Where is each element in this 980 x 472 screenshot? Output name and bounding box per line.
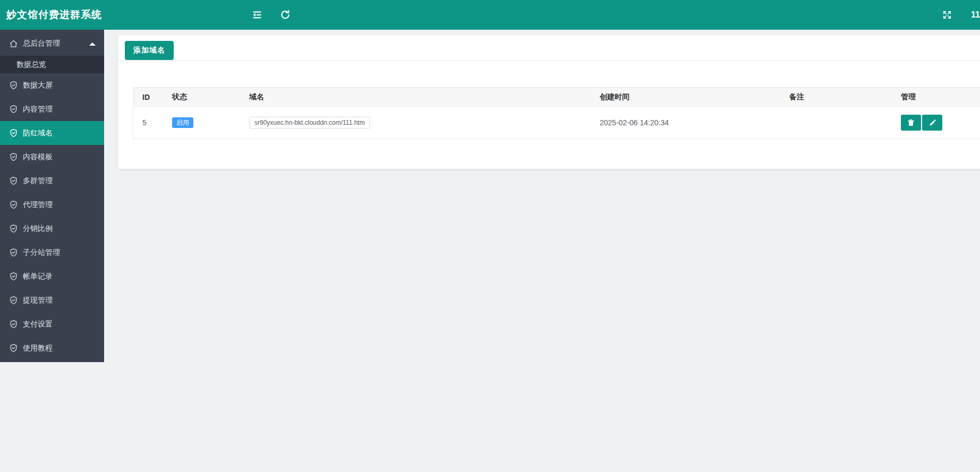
cell-manage (901, 115, 980, 131)
shield-check-icon (9, 296, 18, 305)
refresh-icon[interactable] (280, 10, 291, 20)
column-header-remark: 备注 (789, 92, 901, 102)
home-icon (9, 39, 18, 48)
column-header-domain: 域名 (249, 92, 600, 102)
shield-check-icon (9, 320, 18, 329)
sidebar-item-withdraw-manage[interactable]: 提现管理 (0, 288, 104, 312)
sidebar-item-label: 提现管理 (23, 296, 53, 305)
sidebar-item-label: 内容管理 (23, 105, 53, 114)
header-right-text: 11 (971, 0, 980, 30)
delete-button[interactable] (901, 115, 921, 131)
shield-check-icon (9, 128, 18, 138)
sidebar-item-data-screen[interactable]: 数据大屏 (0, 73, 104, 97)
chevron-up-icon (89, 42, 96, 46)
sidebar-item-tutorial[interactable]: 使用教程 (0, 336, 104, 360)
sidebar-item-label: 子分站管理 (23, 248, 60, 258)
shield-check-icon (9, 224, 18, 233)
sidebar-item-label: 内容模板 (23, 152, 53, 162)
domain-table: ID 状态 域名 创建时间 备注 管理 5 启用 sr90yxuec.hn-bk… (133, 87, 980, 139)
sidebar-item-label: 分销比例 (23, 224, 53, 234)
sidebar-item-payment-settings[interactable]: 支付设置 (0, 312, 104, 336)
edit-button[interactable] (922, 115, 942, 131)
table-row: 5 启用 sr90yxuec.hn-bkt.clouddn.com/111.ht… (133, 107, 980, 139)
shield-check-icon (9, 152, 18, 161)
sidebar-item-label: 代理管理 (23, 200, 53, 210)
cell-status: 启用 (172, 117, 249, 128)
shield-check-icon (9, 272, 18, 281)
sidebar-item-multi-group[interactable]: 多群管理 (0, 169, 104, 193)
shield-check-icon (9, 248, 18, 257)
sidebar-item-agent-manage[interactable]: 代理管理 (0, 193, 104, 217)
shield-check-icon (9, 105, 18, 114)
sidebar-item-label: 数据总览 (16, 60, 46, 70)
column-header-created: 创建时间 (600, 92, 789, 102)
shield-check-icon (9, 176, 18, 185)
column-header-id: ID (133, 93, 172, 101)
sidebar-item-distribution-ratio[interactable]: 分销比例 (0, 217, 104, 241)
sidebar-item-antired-domain[interactable]: 防红域名 (0, 121, 104, 145)
cell-domain: sr90yxuec.hn-bkt.clouddn.com/111.htm (249, 117, 600, 128)
sidebar-item-main-admin[interactable]: 总后台管理 (0, 31, 104, 56)
sidebar-item-label: 数据大屏 (23, 81, 53, 90)
pencil-icon (928, 119, 936, 127)
trash-icon (907, 118, 915, 127)
sidebar-item-data-overview[interactable]: 数据总览 (0, 56, 104, 73)
sidebar-item-label: 支付设置 (23, 320, 53, 329)
shield-check-icon (9, 81, 18, 90)
sidebar-item-content-template[interactable]: 内容模板 (0, 145, 104, 169)
sidebar-item-label: 防红域名 (23, 128, 53, 138)
sidebar-item-label: 使用教程 (23, 344, 53, 353)
sidebar-item-label: 多群管理 (23, 176, 53, 186)
cell-id: 5 (133, 118, 172, 127)
content-card: 添加域名 ID 状态 域名 创建时间 备注 管理 5 启用 sr90yxuec.… (118, 35, 980, 169)
shield-check-icon (9, 344, 18, 353)
fullscreen-expand-icon[interactable] (942, 10, 952, 20)
status-badge: 启用 (172, 117, 193, 128)
shield-check-icon (9, 200, 18, 209)
sidebar-item-content-manage[interactable]: 内容管理 (0, 97, 104, 121)
column-header-manage: 管理 (901, 92, 980, 102)
fold-menu-icon[interactable] (252, 10, 262, 20)
sidebar-item-bill-records[interactable]: 帐单记录 (0, 264, 104, 288)
app-title: 妙文馆付费进群系统 (6, 0, 102, 30)
action-button-group (901, 115, 980, 131)
domain-url-box[interactable]: sr90yxuec.hn-bkt.clouddn.com/111.htm (249, 117, 370, 128)
cell-created-time: 2025-02-06 14:20:34 (600, 118, 789, 127)
sidebar-item-label: 帐单记录 (23, 272, 53, 281)
card-header: 添加域名 (118, 35, 980, 61)
sidebar-item-label: 总后台管理 (23, 39, 60, 48)
sidebar-item-substation-manage[interactable]: 子分站管理 (0, 241, 104, 264)
top-header: 妙文馆付费进群系统 11 (0, 0, 980, 30)
table-header-row: ID 状态 域名 创建时间 备注 管理 (133, 88, 980, 107)
column-header-status: 状态 (172, 92, 249, 102)
add-domain-button[interactable]: 添加域名 (125, 41, 174, 60)
sidebar-menu: 总后台管理 数据总览 数据大屏 内容管理 防红域名 内容模板 多群管理 代理管理… (0, 30, 104, 362)
